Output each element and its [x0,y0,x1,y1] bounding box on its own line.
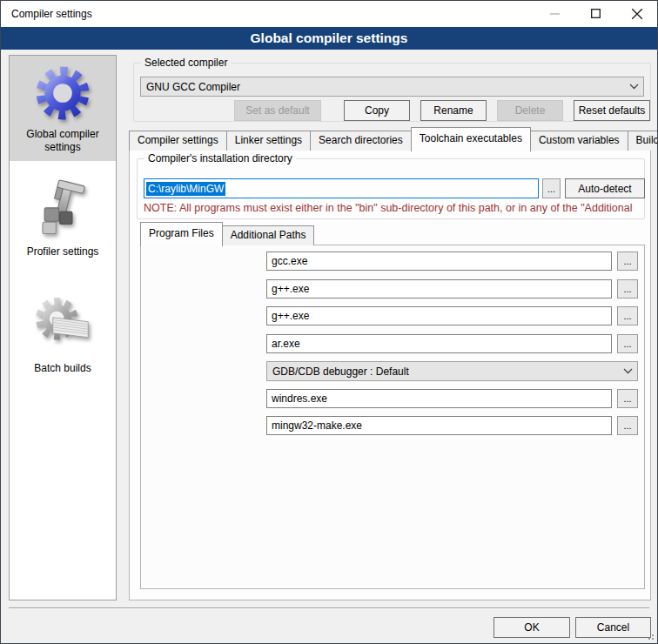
sidebar-item-label: Global compiler settings [11,128,114,154]
set-as-default-button[interactable]: Set as default [234,100,321,121]
page-title: Global compiler settings [1,27,657,50]
close-button[interactable] [616,1,657,26]
rename-button[interactable]: Rename [420,100,487,121]
make-program-browse-button[interactable]: ... [617,416,638,435]
resize-grip[interactable] [645,631,654,640]
linker-dynamic-browse-button[interactable]: ... [617,306,638,325]
reset-defaults-button[interactable]: Reset defaults [574,100,650,121]
linker-static-input[interactable] [266,334,612,353]
cpp-compiler-browse-button[interactable]: ... [617,279,638,299]
ok-button[interactable]: OK [494,617,570,638]
selected-compiler-group-label: Selected compiler [141,57,231,69]
tab-toolchain-executables[interactable]: Toolchain executables [411,127,531,151]
subtab-program-files[interactable]: Program Files [140,222,223,246]
settings-category-sidebar: Global compiler settings [9,55,117,600]
sidebar-item-profiler-settings[interactable]: Profiler settings [10,170,116,265]
c-compiler-browse-button[interactable]: ... [617,252,638,271]
maximize-icon [591,9,601,18]
delete-button[interactable]: Delete [497,100,563,121]
c-compiler-input[interactable] [266,252,612,271]
installation-directory-input[interactable]: C:\raylib\MinGW [144,178,539,198]
linker-dynamic-input[interactable] [266,306,612,325]
maximize-button[interactable] [575,1,616,26]
caliper-icon [11,178,114,242]
tab-compiler-settings[interactable]: Compiler settings [129,131,227,151]
chevron-down-icon [624,84,643,90]
installation-directory-selected-text: C:\raylib\MinGW [146,182,225,196]
gray-gear-stack-icon [11,293,114,359]
minimize-button[interactable] [534,1,575,26]
footer-separator [9,607,649,609]
compiler-select-value: GNU GCC Compiler [141,81,624,93]
make-program-input[interactable] [266,416,612,435]
chevron-down-icon [618,368,637,374]
settings-tab-strip: Compiler settings Linker settings Search… [129,127,658,151]
sidebar-item-label: Profiler settings [11,245,114,258]
debugger-select[interactable]: GDB/CDB debugger : Default [266,361,638,381]
compiler-select[interactable]: GNU GCC Compiler [140,77,644,97]
blue-gear-icon [11,64,114,124]
title-bar: Compiler settings [1,1,657,27]
program-files-tab-strip: Program Files Additional Paths [140,222,313,245]
sidebar-item-label: Batch builds [11,362,114,375]
sidebar-item-global-compiler-settings[interactable]: Global compiler settings [10,56,116,161]
auto-detect-button[interactable]: Auto-detect [565,178,645,198]
minimize-icon [550,9,560,18]
close-icon [632,9,642,19]
resource-compiler-browse-button[interactable]: ... [617,389,638,408]
cancel-button[interactable]: Cancel [575,617,651,638]
tab-linker-settings[interactable]: Linker settings [226,131,311,151]
compiler-settings-dialog: Compiler settings Global compiler settin… [0,0,658,644]
window-title: Compiler settings [1,8,92,20]
sidebar-item-batch-builds[interactable]: Batch builds [10,285,116,382]
tab-build-options-clipped[interactable]: Builc [628,131,658,151]
subtab-additional-paths[interactable]: Additional Paths [222,225,315,245]
debugger-select-value: GDB/CDB debugger : Default [267,366,618,378]
installation-directory-browse-button[interactable]: ... [542,178,561,198]
linker-static-browse-button[interactable]: ... [617,334,638,353]
cpp-compiler-input[interactable] [266,279,612,299]
tab-custom-variables[interactable]: Custom variables [530,131,628,151]
copy-button[interactable]: Copy [344,100,410,121]
installation-directory-group-label: Compiler's installation directory [144,152,296,164]
tab-search-directories[interactable]: Search directories [310,131,412,151]
installation-directory-note: NOTE: All programs must exist either in … [144,202,647,214]
resource-compiler-input[interactable] [266,389,612,408]
